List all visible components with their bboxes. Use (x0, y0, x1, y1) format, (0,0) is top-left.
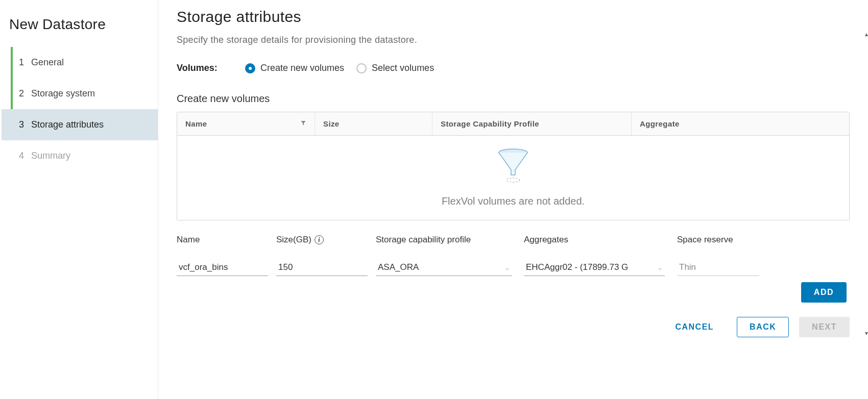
main-panel: Storage attributes Specify the storage d… (158, 0, 868, 399)
col-label: Size (323, 119, 340, 128)
next-button: NEXT (799, 317, 850, 337)
col-profile[interactable]: Storage Capability Profile (432, 112, 632, 135)
step-storage-attributes[interactable]: 3 Storage attributes (2, 109, 158, 140)
back-button[interactable]: BACK (737, 317, 789, 337)
profile-label: Storage capability profile (376, 235, 524, 245)
form-col-name: Name (177, 235, 276, 276)
step-storage-system[interactable]: 2 Storage system (2, 78, 158, 109)
form-col-size: Size(GB) i (276, 235, 376, 276)
volumes-label: Volumes: (177, 63, 233, 73)
add-button[interactable]: ADD (801, 282, 847, 303)
step-label: General (31, 57, 64, 68)
radio-label: Create new volumes (260, 63, 344, 73)
profile-select[interactable] (376, 259, 512, 276)
form-col-profile: Storage capability profile ⌵ (376, 235, 524, 276)
step-general[interactable]: 1 General (2, 47, 158, 78)
col-label: Name (185, 119, 207, 128)
table-header-row: Name Size Storage Capability Profile Agg… (177, 112, 849, 136)
form-col-aggregates: Aggregates ⌵ (524, 235, 677, 276)
cancel-button[interactable]: CANCEL (662, 317, 727, 337)
svg-point-1 (507, 178, 520, 182)
step-label: Storage attributes (31, 119, 104, 130)
col-name[interactable]: Name (177, 112, 315, 135)
scroll-up-arrow-icon[interactable]: ▴ (865, 31, 868, 38)
radio-select-volumes[interactable]: Select volumes (356, 63, 434, 73)
wizard-sidebar: New Datastore 1 General 2 Storage system… (0, 0, 158, 399)
step-number: 3 (19, 119, 26, 130)
scrollbar[interactable]: ▴ ▾ (861, 31, 868, 337)
info-icon[interactable]: i (315, 235, 324, 244)
app-root: New Datastore 1 General 2 Storage system… (0, 0, 868, 399)
volume-form: Name Size(GB) i Storage capability profi… (177, 235, 850, 276)
radio-label: Select volumes (372, 63, 434, 73)
add-button-row: ADD (177, 282, 850, 303)
radio-dot-icon (356, 63, 367, 73)
page-subtitle: Specify the storage details for provisio… (177, 35, 850, 45)
scroll-down-arrow-icon[interactable]: ▾ (865, 330, 868, 337)
step-label: Storage system (31, 88, 95, 99)
reserve-input (677, 259, 759, 276)
col-label: Aggregate (640, 119, 680, 128)
page-title: Storage attributes (177, 8, 850, 26)
step-number: 2 (19, 88, 26, 99)
form-col-reserve: Space reserve (677, 235, 766, 276)
size-label: Size(GB) i (276, 235, 376, 245)
table-empty-state: FlexVol volumes are not added. (177, 136, 849, 220)
aggregates-select[interactable] (524, 259, 665, 276)
wizard-footer: CANCEL BACK NEXT (177, 314, 850, 346)
volumes-radio-group: Volumes: Create new volumes Select volum… (177, 63, 850, 73)
radio-dot-icon (245, 63, 255, 73)
radio-create-new-volumes[interactable]: Create new volumes (245, 63, 344, 73)
name-label: Name (177, 235, 276, 245)
col-aggregate[interactable]: Aggregate (632, 112, 849, 135)
empty-message: FlexVol volumes are not added. (442, 195, 585, 207)
volumes-table: Name Size Storage Capability Profile Agg… (177, 112, 850, 220)
step-label: Summary (31, 151, 70, 161)
wizard-title: New Datastore (0, 10, 158, 47)
size-label-text: Size(GB) (276, 235, 311, 245)
aggregates-label: Aggregates (524, 235, 677, 245)
col-label: Storage Capability Profile (441, 119, 539, 128)
funnel-icon (497, 148, 529, 186)
step-number: 1 (19, 57, 26, 68)
step-number: 4 (19, 151, 26, 161)
col-size[interactable]: Size (315, 112, 432, 135)
reserve-label: Space reserve (677, 235, 766, 245)
size-input[interactable] (276, 259, 368, 276)
name-input[interactable] (177, 259, 268, 276)
wizard-steps: 1 General 2 Storage system 3 Storage att… (0, 47, 158, 171)
step-summary: 4 Summary (2, 140, 158, 171)
filter-icon[interactable] (300, 120, 306, 128)
create-volumes-heading: Create new volumes (177, 93, 850, 105)
